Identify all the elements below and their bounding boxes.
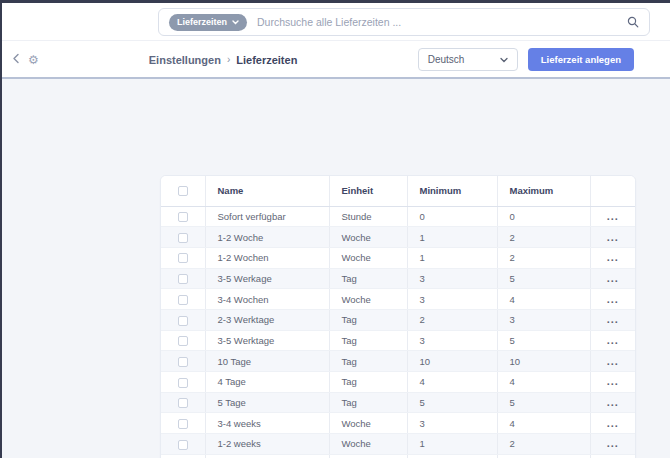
chevron-down-icon: [232, 18, 239, 27]
delivery-times-table: Name Einheit Minimum Maximum Sofort verf…: [161, 176, 635, 458]
search-scope-dropdown[interactable]: Lieferzeiten: [169, 14, 247, 31]
cell-name: 3-5 Werktage: [205, 330, 329, 351]
cell-maximum: 4: [497, 372, 590, 393]
cell-einheit: Woche: [329, 247, 407, 268]
search-scope-label: Lieferzeiten: [177, 18, 227, 27]
table-row: 1-2 weeks Woche 1 2 ...: [161, 434, 635, 455]
cell-name: 1-2 weeks: [205, 434, 329, 455]
cell-minimum: 3: [407, 330, 497, 351]
row-checkbox[interactable]: [178, 233, 188, 243]
table-row: 3-5 Werktage Tag 3 5 ...: [161, 330, 635, 351]
cell-name: 3-4 Wochen: [205, 289, 329, 310]
create-delivery-time-button[interactable]: Lieferzeit anlegen: [528, 48, 634, 71]
cell-einheit: Tag: [329, 268, 407, 289]
table-row: 10 Tage Tag 10 10 ...: [161, 351, 635, 372]
cell-einheit: Woche: [329, 413, 407, 434]
breadcrumb-separator: ›: [227, 54, 230, 65]
cell-minimum: 10: [407, 351, 497, 372]
cell-einheit: Woche: [329, 227, 407, 248]
row-context-menu-button[interactable]: ...: [601, 416, 625, 431]
back-button[interactable]: [12, 52, 20, 67]
row-context-menu-button[interactable]: ...: [601, 312, 625, 327]
cell-einheit: Tag: [329, 330, 407, 351]
app-header: Lieferzeiten Durchsuche alle Lieferzeite…: [2, 3, 670, 41]
chevron-down-icon: [500, 54, 508, 65]
cell-maximum: 10: [497, 351, 590, 372]
cell-maximum: 3: [497, 309, 590, 330]
table-row: 4 Tage Tag 4 4 ...: [161, 372, 635, 393]
row-checkbox[interactable]: [178, 419, 188, 429]
row-checkbox[interactable]: [178, 253, 188, 263]
row-checkbox[interactable]: [178, 274, 188, 284]
cell-name: 1-2 Woche: [205, 227, 329, 248]
cell-minimum: 1: [407, 454, 497, 458]
column-header-name[interactable]: Name: [205, 176, 329, 206]
cell-name: Sofort verfügbar: [205, 206, 329, 227]
page-title: Lieferzeiten: [236, 54, 297, 66]
table-row: 1-3 days Tag 1 3 ...: [161, 454, 635, 458]
cell-einheit: Tag: [329, 372, 407, 393]
cell-minimum: 1: [407, 247, 497, 268]
column-header-minimum[interactable]: Minimum: [407, 176, 497, 206]
chevron-left-icon: [12, 52, 20, 67]
row-context-menu-button[interactable]: ...: [601, 250, 625, 265]
cell-name: 10 Tage: [205, 351, 329, 372]
cell-maximum: 2: [497, 434, 590, 455]
cell-minimum: 3: [407, 289, 497, 310]
column-header-einheit[interactable]: Einheit: [329, 176, 407, 206]
cell-maximum: 0: [497, 206, 590, 227]
row-context-menu-button[interactable]: ...: [601, 333, 625, 348]
cell-maximum: 2: [497, 227, 590, 248]
cell-maximum: 3: [497, 454, 590, 458]
row-checkbox[interactable]: [178, 378, 188, 388]
cell-einheit: Woche: [329, 289, 407, 310]
cell-maximum: 4: [497, 413, 590, 434]
cell-maximum: 5: [497, 330, 590, 351]
row-context-menu-button[interactable]: ...: [601, 354, 625, 369]
cell-minimum: 2: [407, 309, 497, 330]
cell-name: 2-3 Werktage: [205, 309, 329, 330]
row-context-menu-button[interactable]: ...: [601, 209, 625, 224]
table-row: 3-5 Werkage Tag 3 5 ...: [161, 268, 635, 289]
cell-maximum: 5: [497, 268, 590, 289]
row-context-menu-button[interactable]: ...: [601, 395, 625, 410]
row-context-menu-button[interactable]: ...: [601, 436, 625, 451]
search-icon[interactable]: [627, 16, 639, 28]
cell-minimum: 5: [407, 392, 497, 413]
smart-bar: ⚙ Einstellungen › Lieferzeiten Deutsch L…: [2, 42, 670, 79]
row-checkbox[interactable]: [178, 212, 188, 222]
breadcrumb-settings-link[interactable]: Einstellungen: [149, 54, 221, 66]
cell-einheit: Tag: [329, 351, 407, 372]
cell-einheit: Tag: [329, 454, 407, 458]
row-checkbox[interactable]: [178, 398, 188, 408]
row-checkbox[interactable]: [178, 295, 188, 305]
cell-maximum: 4: [497, 289, 590, 310]
row-checkbox[interactable]: [178, 316, 188, 326]
cell-maximum: 2: [497, 247, 590, 268]
row-checkbox[interactable]: [178, 440, 188, 450]
row-checkbox[interactable]: [178, 336, 188, 346]
cell-minimum: 4: [407, 372, 497, 393]
cell-einheit: Tag: [329, 392, 407, 413]
global-search-bar[interactable]: Lieferzeiten Durchsuche alle Lieferzeite…: [158, 8, 650, 36]
row-context-menu-button[interactable]: ...: [601, 292, 625, 307]
cell-name: 4 Tage: [205, 372, 329, 393]
language-select[interactable]: Deutsch: [418, 48, 518, 71]
table-row: 5 Tage Tag 5 5 ...: [161, 392, 635, 413]
cell-name: 1-2 Wochen: [205, 247, 329, 268]
column-header-maximum[interactable]: Maximum: [497, 176, 590, 206]
settings-gear-icon[interactable]: ⚙: [28, 54, 39, 66]
cell-name: 5 Tage: [205, 392, 329, 413]
breadcrumb: Einstellungen › Lieferzeiten: [149, 54, 298, 66]
cell-maximum: 5: [497, 392, 590, 413]
row-checkbox[interactable]: [178, 357, 188, 367]
table-row: Sofort verfügbar Stunde 0 0 ...: [161, 206, 635, 227]
select-all-checkbox[interactable]: [178, 186, 188, 196]
search-input[interactable]: Durchsuche alle Lieferzeiten ...: [257, 16, 617, 28]
row-context-menu-button[interactable]: ...: [601, 374, 625, 389]
cell-minimum: 3: [407, 413, 497, 434]
row-context-menu-button[interactable]: ...: [601, 230, 625, 245]
table-row: 1-2 Woche Woche 1 2 ...: [161, 227, 635, 248]
delivery-times-card: Name Einheit Minimum Maximum Sofort verf…: [160, 175, 636, 458]
row-context-menu-button[interactable]: ...: [601, 271, 625, 286]
